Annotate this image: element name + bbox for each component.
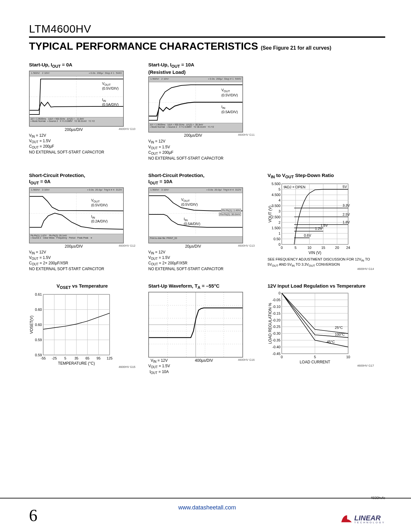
scope-g13: 1.500V/ 3 10V/ • 0.0s 20.0µ/ Trig'd # 4 …	[148, 187, 243, 243]
svg-text:20: 20	[335, 246, 339, 250]
svg-text:VIN (V): VIN (V)	[308, 251, 321, 255]
chart-note: SEE FREQUENCY ADJUSTMENT DISCUSSION FOR …	[268, 257, 374, 268]
scope-g11: 1.500V/ 2 10V/ • 0.0s 200µ/ Stop # 1 544…	[148, 76, 243, 133]
divider-thick	[29, 36, 385, 38]
svg-text:-0.35: -0.35	[272, 338, 280, 342]
svg-text:-0.15: -0.15	[272, 311, 280, 315]
scope-g10: 1.500V/ 2 10V/ • 0.0s 200µ/ Stop # 1 544…	[29, 71, 124, 127]
x-axis-label: 400µs/DIV	[177, 358, 231, 363]
svg-text:-25: -25	[52, 356, 57, 360]
fig-g13: Short-Circuit Protection,IOUT = 10A 1.50…	[148, 172, 255, 271]
svg-text:65: 65	[85, 356, 89, 360]
svg-text:4: 4	[279, 198, 280, 202]
svg-text:5: 5	[64, 356, 66, 360]
trace-label-iin: IIN(0.5A/DIV)	[102, 98, 119, 106]
svg-text:0.6V: 0.6V	[304, 233, 311, 237]
trace-label-iin: IIN(0.2A/DIV)	[91, 214, 108, 223]
x-axis-label: 200µs/DIV 4600HV G12	[29, 244, 135, 249]
x-axis-label: 200µs/DIV 4600HV G11	[148, 133, 255, 138]
chart-id: 4600HV G16	[238, 358, 255, 361]
fig-g14: VIN to VOUT Step-Down Ratio 051015202400…	[268, 172, 374, 271]
svg-text:3.500: 3.500	[271, 204, 280, 208]
svg-text:2.500: 2.500	[271, 215, 280, 219]
conditions: VIN = 12VVOUT = 1.5VCOUT = 200µFNO EXTER…	[29, 133, 135, 155]
svg-text:95: 95	[97, 356, 101, 360]
svg-text:3: 3	[279, 209, 280, 213]
svg-text:15: 15	[321, 246, 325, 250]
svg-text:0.61: 0.61	[35, 292, 42, 296]
pkpk2: Pk-Pk(2): 30.0mV	[219, 212, 241, 216]
fig-g12: Short-Circuit Protection,IOUT = 0A 1.500…	[29, 172, 135, 271]
svg-text:LOAD REGULATION %: LOAD REGULATION %	[268, 303, 272, 344]
logo-sub: TECHNOLOGY	[354, 521, 385, 524]
svg-text:-0.30: -0.30	[272, 331, 280, 335]
chart-title: VIN to VOUT Step-Down Ratio	[268, 172, 374, 180]
svg-text:5: 5	[295, 246, 297, 250]
svg-text:5V: 5V	[343, 185, 347, 189]
trace-label-iin: IIN(0.5A/DIV)	[221, 105, 238, 113]
svg-text:fADJ = OPEN: fADJ = OPEN	[284, 185, 306, 189]
chart-title: Short-Circuit Protection,IOUT = 0A	[29, 172, 135, 186]
chart-title: Short-Circuit Protection,IOUT = 10A	[148, 172, 255, 186]
svg-text:35: 35	[74, 356, 78, 360]
svg-text:2: 2	[279, 220, 280, 224]
svg-rect-8	[282, 184, 348, 244]
svg-text:0: 0	[281, 246, 283, 250]
svg-text:-0.45: -0.45	[272, 352, 280, 356]
svg-text:VOUT (V): VOUT (V)	[268, 206, 272, 222]
svg-text:5: 5	[314, 355, 316, 359]
svg-text:10: 10	[346, 355, 350, 359]
section-subtitle: (See Figure 21 for all curves)	[261, 45, 331, 51]
conditions: VIN = 12VVOUT = 1.5VIOUT = 10A	[148, 358, 170, 375]
part-number: LTM4600HV	[29, 23, 385, 35]
fig-g16: Start-Up Waveform, TA = –55°C	[148, 283, 255, 375]
x-axis-label: 20µs/DIV 4600HV G13	[148, 244, 255, 249]
svg-text:0: 0	[281, 355, 283, 359]
scope-g12: 1.500V/ 3 10V/ • 0.0s 20.0µ/ Trig'd # 4 …	[29, 187, 124, 243]
svg-text:10: 10	[308, 246, 311, 250]
svg-text:24: 24	[346, 246, 350, 250]
svg-text:0.60: 0.60	[35, 323, 42, 327]
scope-g16	[148, 292, 243, 358]
trace-label-vout: VOUT(0.5V/DIV)	[181, 198, 198, 206]
chart-title: VOSET vs Temperature	[29, 283, 135, 291]
svg-text:–45°C: –45°C	[325, 340, 335, 344]
chart-g15: -55-2553565951250.590.590.600.600.61TEMP…	[29, 292, 113, 366]
conditions: VIN = 12VVOUT = 1.5VCOUT = 2× 200µF/X5RN…	[148, 250, 255, 272]
section-title: TYPICAL PERFORMANCE CHARACTERISTICS	[29, 40, 258, 52]
conditions: VIN = 12VVOUT = 1.5VCOUT = 200µFNO EXTER…	[148, 139, 255, 161]
svg-text:0: 0	[279, 242, 280, 246]
svg-text:1: 1	[279, 232, 280, 235]
svg-text:125: 125	[107, 356, 113, 360]
trace-label-vout: VOUT(0.5V/DIV)	[102, 82, 119, 90]
linear-logo: LINEAR TECHNOLOGY	[341, 514, 385, 524]
pkpk1: Pk-Pk(1): 1.49V	[221, 209, 241, 212]
footer-url: www.datasheetall.com	[29, 504, 385, 511]
logo-text: LINEAR	[354, 515, 385, 521]
svg-text:1.500: 1.500	[271, 226, 280, 230]
svg-text:5: 5	[279, 187, 280, 191]
svg-text:1.8V: 1.8V	[343, 220, 350, 224]
svg-text:0.60: 0.60	[35, 308, 42, 311]
x-axis-label: 200µs/DIV 4600HV G10	[29, 127, 135, 132]
fig-g17: 12V Input Load Regulation vs Temperature…	[268, 283, 374, 375]
svg-text:-0.40: -0.40	[272, 345, 280, 349]
chart-title: Start-Up, IOUT = 0A	[29, 62, 135, 69]
chart-title: Start-Up, IOUT = 10A(Resistive Load)	[148, 62, 255, 75]
svg-text:-0.20: -0.20	[272, 318, 280, 322]
svg-text:5.500: 5.500	[271, 182, 280, 186]
svg-text:TEMPERATURE (°C): TEMPERATURE (°C)	[58, 361, 95, 366]
chart-g14: 051015202400.5011.50022.50033.50044.5005…	[268, 181, 351, 255]
svg-text:0.59: 0.59	[35, 353, 42, 357]
trace-label-iin: IIN(0.5A/DIV)	[184, 217, 200, 226]
page-number: 6	[29, 506, 37, 525]
svg-text:0.59: 0.59	[35, 338, 42, 342]
svg-text:-0.10: -0.10	[272, 305, 280, 309]
svg-text:-0.05: -0.05	[272, 298, 280, 302]
fig-g10: Start-Up, IOUT = 0A 1.500V/ 2 10V/ • 0.0…	[29, 62, 135, 161]
chart-title: Start-Up Waveform, TA = –55°C	[148, 283, 255, 291]
svg-text:-0.25: -0.25	[272, 325, 280, 329]
svg-text:25°C: 25°C	[335, 326, 343, 330]
fig-g11: Start-Up, IOUT = 10A(Resistive Load) 1.5…	[148, 62, 255, 161]
svg-text:0: 0	[279, 291, 280, 295]
